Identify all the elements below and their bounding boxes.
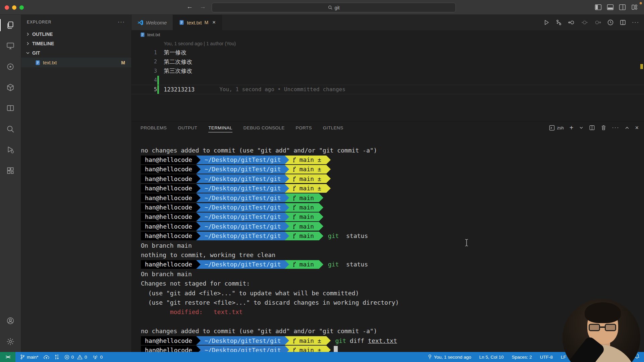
panel-tab-ports[interactable]: PORTS <box>296 121 312 134</box>
powerline-arrow <box>285 156 289 164</box>
branch-status-item[interactable]: main* <box>20 354 39 360</box>
toggle-secondary-sidebar-icon[interactable] <box>619 4 626 11</box>
cursor-position-item[interactable]: Ln 5, Col 10 <box>479 355 504 360</box>
panel-tab-gitlens[interactable]: GITLENS <box>323 121 343 134</box>
terminal-row: (use "git restore <file>..." to discard … <box>141 298 644 307</box>
package-icon[interactable] <box>0 77 21 98</box>
editor-line-1[interactable]: 1第一修改 <box>131 48 644 57</box>
gitlens-compare-icon[interactable] <box>555 19 562 26</box>
search-icon[interactable] <box>0 119 21 139</box>
remote-explorer-icon[interactable] <box>0 36 21 56</box>
prompt-user-segment: han@hellocode <box>141 174 196 183</box>
editor-lines[interactable]: 1第一修改2第二次修改3第三次修改45123213213You, 1 secon… <box>131 48 644 94</box>
prompt-user-segment: han@hellocode <box>141 222 196 231</box>
status-bar: >< main* 0 0 0 You, 1 second ago Ln 5, C… <box>0 352 644 362</box>
more-actions-icon[interactable]: ··· <box>632 19 639 25</box>
breadcrumb-file: text.txt <box>147 32 160 37</box>
broadcast-status-item[interactable]: 0 <box>92 355 103 360</box>
branch-icon <box>292 214 297 220</box>
panel-tab-output[interactable]: OUTPUT <box>178 121 197 134</box>
sidebar-title: EXPLORER <box>27 20 51 24</box>
prompt-branch-segment: main ± <box>289 156 326 164</box>
toggle-panel-icon[interactable] <box>607 4 614 11</box>
editor-line-3[interactable]: 3第三次修改 <box>131 66 644 76</box>
maximize-panel-icon[interactable] <box>625 126 629 130</box>
overview-ruler-modified-mark <box>640 64 643 69</box>
powerline-arrow <box>196 232 201 240</box>
previous-change-icon[interactable] <box>568 19 575 26</box>
panel-tab-problems[interactable]: PROBLEMS <box>141 121 167 134</box>
prompt-user-segment: han@hellocode <box>141 213 196 221</box>
forward-arrow-icon[interactable]: → <box>200 3 206 10</box>
powerline-arrow <box>319 222 323 231</box>
file-history-icon[interactable] <box>607 19 614 26</box>
terminal-instance-chip[interactable]: zsh <box>549 125 564 131</box>
tab-texttxt[interactable]: text.txt M × <box>173 15 222 30</box>
split-window-icon[interactable] <box>0 98 21 119</box>
split-editor-icon[interactable] <box>620 19 626 26</box>
powerline-arrow <box>196 260 201 269</box>
close-tab-icon[interactable]: × <box>212 19 216 26</box>
panel-tab-debug-console[interactable]: DEBUG CONSOLE <box>244 121 285 134</box>
close-window-button[interactable] <box>5 5 9 10</box>
sidebar-file-texttxt[interactable]: text.txt M <box>21 58 131 67</box>
back-arrow-icon[interactable]: ← <box>186 3 193 10</box>
publish-cloud-icon[interactable] <box>44 355 49 360</box>
terminal-row: nothing to commit, working tree clean <box>141 250 644 259</box>
settings-gear-icon[interactable] <box>0 331 21 352</box>
editor-line-2[interactable]: 2第二次修改 <box>131 57 644 67</box>
terminal-output: (use "git add <file>..." to update what … <box>141 290 359 297</box>
editor-region: Welcome text.txt M × ··· text.txt You, 1… <box>131 15 644 121</box>
current-change-icon[interactable] <box>581 19 588 26</box>
split-terminal-icon[interactable] <box>589 125 595 131</box>
run-debug-icon[interactable] <box>0 139 21 160</box>
extensions-icon[interactable] <box>0 160 21 181</box>
terminal-output: no changes added to commit (use "git add… <box>141 327 377 335</box>
search-value: git <box>335 5 340 10</box>
minimize-window-button[interactable] <box>12 5 16 10</box>
sidebar-item-git[interactable]: GIT <box>21 48 131 58</box>
search-icon <box>328 5 332 10</box>
next-change-icon[interactable] <box>594 19 601 26</box>
prompt-branch-segment: main ± <box>289 165 326 174</box>
indentation-item[interactable]: Spaces: 2 <box>512 355 532 360</box>
circle-app-icon[interactable] <box>0 56 21 77</box>
sidebar-item-outline[interactable]: OUTLINE <box>21 29 131 39</box>
powerline-arrow <box>285 213 289 221</box>
prompt-branch-segment: main ± <box>289 174 326 183</box>
customize-layout-icon[interactable] <box>631 4 638 11</box>
terminal-dropdown-icon[interactable] <box>579 126 583 130</box>
error-count: 0 <box>71 355 74 360</box>
remote-indicator[interactable]: >< <box>0 352 15 362</box>
new-terminal-icon[interactable]: + <box>570 124 574 132</box>
powerline-arrow <box>326 165 331 174</box>
sidebar-item-timeline[interactable]: TIMELINE <box>21 39 131 48</box>
command-center-search[interactable]: git <box>212 3 456 12</box>
compare-refs-icon[interactable] <box>54 354 59 360</box>
eol-item[interactable]: LF <box>561 355 566 360</box>
gitlens-blame-status-item[interactable]: You, 1 second ago <box>428 354 471 360</box>
accounts-icon[interactable] <box>0 310 21 331</box>
file-tab-label: text.txt <box>187 20 202 25</box>
breadcrumb[interactable]: text.txt <box>131 30 644 39</box>
editor-line-5[interactable]: 5123213213You, 1 second ago • Uncommitte… <box>131 85 644 94</box>
kill-terminal-trash-icon[interactable] <box>601 125 606 131</box>
run-button[interactable] <box>543 19 550 26</box>
prompt-path-segment: ~/Desktop/gitTest/git <box>201 213 285 221</box>
sidebar-more-actions-icon[interactable]: ··· <box>118 19 125 25</box>
encoding-item[interactable]: UTF-8 <box>540 355 553 360</box>
explorer-icon[interactable] <box>0 15 21 36</box>
prompt-user-segment: han@hellocode <box>141 232 196 240</box>
editor-line-4[interactable]: 4 <box>131 76 644 85</box>
maximize-window-button[interactable] <box>19 5 24 10</box>
blame-codelens[interactable]: You, 1 second ago | 1 author (You) <box>131 39 644 48</box>
git-section-label: GIT <box>32 50 40 56</box>
panel-tab-terminal[interactable]: TERMINAL <box>208 121 232 134</box>
close-panel-icon[interactable]: × <box>635 124 639 131</box>
powerline-arrow <box>326 336 331 345</box>
tab-welcome[interactable]: Welcome <box>131 15 173 30</box>
outline-label: OUTLINE <box>32 32 53 37</box>
problems-status-item[interactable]: 0 0 <box>64 355 87 360</box>
panel-more-actions-icon[interactable]: ··· <box>612 125 620 131</box>
toggle-sidebar-icon[interactable] <box>595 4 602 11</box>
